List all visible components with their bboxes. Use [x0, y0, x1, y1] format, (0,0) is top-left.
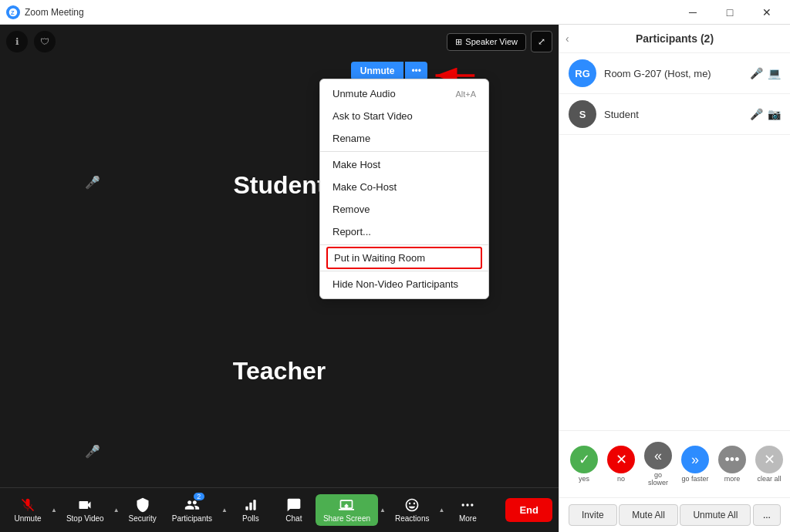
more-label: More: [459, 514, 477, 523]
ctx-ask-video[interactable]: Ask to Start Video: [320, 105, 488, 127]
speaker-view-label: Speaker View: [465, 37, 518, 46]
reactions-caret[interactable]: ▲: [437, 507, 446, 513]
panel-more-button[interactable]: ...: [753, 504, 781, 526]
teacher-mute-icon: 🎤: [85, 444, 100, 459]
teacher-label: Teacher: [233, 357, 326, 386]
more-reactions-button[interactable]: ••• more: [714, 443, 751, 486]
share-screen-label: Share Screen: [323, 514, 370, 523]
toolbar-chat-button[interactable]: Chat: [272, 494, 316, 526]
toolbar-polls-button[interactable]: Polls: [229, 494, 272, 526]
avatar: RG: [569, 59, 596, 87]
svg-point-11: [471, 503, 474, 506]
go-faster-reaction-button[interactable]: » go faster: [677, 443, 714, 486]
svg-point-10: [467, 503, 469, 506]
security-label: Security: [129, 514, 157, 523]
expand-button[interactable]: ⤢: [531, 31, 552, 52]
toolbar-unmute-label: Unmute: [14, 514, 41, 523]
participants-caret[interactable]: ▲: [220, 507, 229, 513]
speaker-view-icon: ⊞: [455, 37, 462, 47]
table-row: S Student 🎤 📷: [559, 94, 790, 135]
ctx-make-cohost[interactable]: Make Co-Host: [320, 176, 488, 198]
reactions-label: Reactions: [395, 514, 429, 523]
chat-label: Chat: [285, 514, 302, 523]
toolbar-security-button[interactable]: Security: [121, 494, 164, 526]
reactions-bar: ✓ yes ✕ no « go slower » go faster ••• m…: [559, 430, 790, 497]
no-icon: ✕: [607, 446, 635, 473]
toolbar-reactions-button[interactable]: Reactions: [387, 494, 437, 526]
clear-icon: ✕: [755, 446, 783, 473]
info-icon[interactable]: ℹ: [6, 31, 28, 52]
panel-collapse-button[interactable]: ‹: [565, 32, 569, 45]
ctx-make-host[interactable]: Make Host: [320, 153, 488, 176]
video-off-icon: 📷: [768, 108, 781, 120]
more-reactions-icon: •••: [718, 446, 746, 473]
student-mute-icon: 🎤: [85, 175, 100, 190]
clear-all-reactions-button[interactable]: ✕ clear all: [751, 443, 788, 486]
invite-button[interactable]: Invite: [569, 504, 617, 526]
svg-text:Z: Z: [11, 9, 15, 16]
ctx-rename[interactable]: Rename: [320, 127, 488, 150]
toolbar-unmute-button[interactable]: Unmute: [6, 494, 49, 526]
participants-list: RG Room G-207 (Host, me) 🎤 💻 S Student 🎤…: [559, 53, 790, 430]
more-options-button[interactable]: •••: [405, 62, 427, 80]
context-menu: Unmute Audio Alt+A Ask to Start Video Re…: [319, 79, 489, 299]
mic-muted-icon: 🎤: [750, 67, 763, 79]
toolbar-more-button[interactable]: More: [446, 494, 489, 526]
participants-badge: 2: [194, 493, 204, 500]
unmute-all-button[interactable]: Unmute All: [680, 504, 751, 526]
minimize-button[interactable]: ─: [676, 0, 710, 25]
panel-title: Participants (2): [636, 32, 714, 45]
panel-footer: Invite Mute All Unmute All ...: [559, 497, 790, 532]
go-slower-reaction-button[interactable]: « go slower: [640, 439, 677, 490]
faster-icon: »: [681, 446, 709, 473]
participant-name: Room G-207 (Host, me): [604, 68, 750, 79]
polls-label: Polls: [242, 514, 259, 523]
avatar: S: [569, 100, 596, 128]
svg-rect-6: [249, 503, 252, 510]
ctx-unmute-audio[interactable]: Unmute Audio Alt+A: [320, 82, 488, 105]
participants-panel: ‹ Participants (2) RG Room G-207 (Host, …: [559, 25, 790, 532]
app-logo: Z: [6, 5, 20, 19]
video-caret[interactable]: ▲: [112, 507, 121, 513]
video-area: ℹ 🛡 ⊞ Speaker View ⤢ Unmute •••: [0, 25, 559, 532]
stop-video-label: Stop Video: [66, 514, 104, 523]
toolbar-share-screen-button[interactable]: Share Screen: [316, 494, 378, 526]
participants-label: Participants: [172, 514, 212, 523]
no-reaction-button[interactable]: ✕ no: [603, 443, 640, 486]
student-label: Student: [233, 171, 325, 200]
ctx-hide-non-video[interactable]: Hide Non-Video Participants: [320, 273, 488, 295]
share-caret[interactable]: ▲: [378, 507, 387, 513]
yes-reaction-button[interactable]: ✓ yes: [565, 443, 603, 486]
svg-rect-7: [253, 500, 255, 510]
toolbar-participants-button[interactable]: 2 Participants: [164, 494, 220, 526]
unmute-caret[interactable]: ▲: [49, 507, 59, 513]
mic-muted-icon: 🎤: [750, 108, 763, 120]
more-dots-icon: •••: [411, 66, 421, 76]
video-icon: 💻: [768, 67, 781, 79]
table-row: RG Room G-207 (Host, me) 🎤 💻: [559, 53, 790, 94]
ctx-waiting-room[interactable]: Put in Waiting Room: [326, 247, 482, 269]
close-button[interactable]: ✕: [750, 0, 784, 25]
shield-icon[interactable]: 🛡: [34, 31, 56, 52]
svg-rect-5: [245, 507, 248, 510]
slower-icon: «: [644, 442, 672, 470]
toolbar-stop-video-button[interactable]: Stop Video: [59, 494, 112, 526]
ctx-report[interactable]: Report...: [320, 221, 488, 243]
end-button[interactable]: End: [505, 498, 552, 522]
maximize-button[interactable]: □: [713, 0, 747, 25]
window-title: Zoom Meeting: [25, 7, 84, 18]
mute-all-button[interactable]: Mute All: [619, 504, 678, 526]
svg-point-9: [462, 503, 464, 506]
yes-icon: ✓: [570, 446, 598, 473]
speaker-view-button[interactable]: ⊞ Speaker View: [447, 33, 526, 51]
participant-name: Student: [604, 109, 750, 120]
unmute-button[interactable]: Unmute: [351, 62, 404, 80]
ctx-remove[interactable]: Remove: [320, 198, 488, 221]
